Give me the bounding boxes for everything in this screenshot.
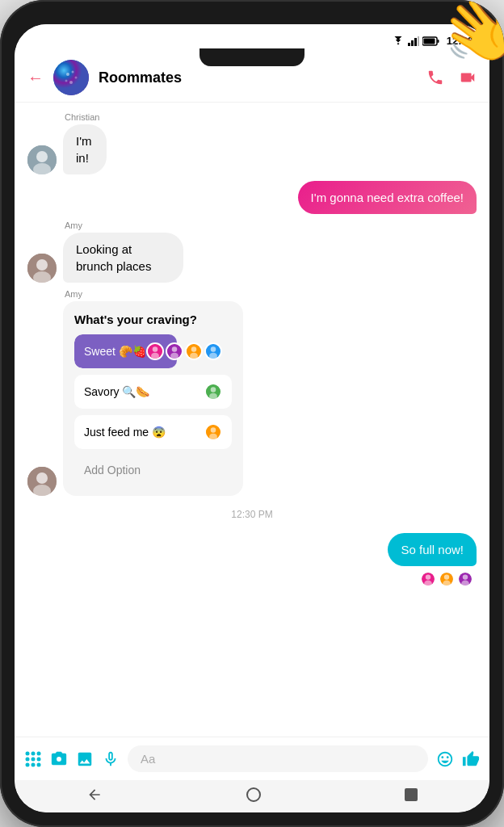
svg-point-10	[75, 77, 78, 79]
group-avatar-inner	[53, 60, 89, 95]
svg-point-44	[444, 574, 449, 579]
home-nav-icon[interactable]	[246, 787, 261, 802]
svg-point-50	[32, 751, 36, 755]
sender-name-amy2: Amy	[65, 289, 243, 299]
message-row-amy-poll: Amy What's your craving? Sweet 🥐🍓	[27, 289, 477, 496]
svg-rect-2	[414, 38, 417, 46]
gallery-icon[interactable]	[76, 750, 94, 768]
svg-point-51	[37, 751, 41, 755]
message-bubble-amy-brunch: Looking at brunch places	[63, 233, 183, 283]
svg-point-57	[37, 762, 41, 766]
amy-avatar-1	[27, 254, 57, 283]
poll-option-savory[interactable]: Savory 🔍🌭	[74, 375, 232, 409]
svg-point-35	[211, 387, 216, 393]
svg-point-42	[424, 581, 432, 587]
poll-voters-sweet	[146, 342, 222, 360]
svg-rect-1	[411, 40, 414, 46]
svg-point-29	[191, 346, 197, 352]
svg-rect-3	[418, 36, 419, 46]
svg-point-39	[209, 434, 217, 440]
amy-avatar-2	[27, 467, 57, 496]
amy-message-content-1: Amy Looking at brunch places	[63, 220, 224, 283]
wifi-icon	[392, 36, 405, 46]
svg-point-56	[32, 762, 36, 766]
voter-6	[204, 423, 222, 441]
battery-icon	[422, 36, 440, 46]
voter-4	[204, 342, 222, 360]
apps-icon[interactable]	[24, 750, 42, 768]
seen-avatar-1	[420, 571, 436, 587]
sender-name-amy1: Amy	[65, 220, 224, 230]
svg-point-24	[151, 353, 159, 359]
svg-point-8	[66, 73, 69, 76]
sent-bubble-coffee: I'm gonna need extra coffee!	[298, 181, 477, 214]
svg-rect-5	[437, 40, 439, 43]
message-row: Christian I'm in!	[27, 112, 477, 174]
timestamp: 12:30 PM	[27, 509, 477, 520]
phone-screen: 12:39 ←	[15, 24, 489, 812]
svg-point-54	[37, 757, 41, 761]
call-button[interactable]	[426, 69, 444, 86]
svg-point-45	[443, 581, 451, 587]
svg-point-33	[209, 353, 217, 359]
group-avatar	[53, 60, 89, 95]
seen-avatar-3	[457, 571, 473, 587]
voter-2	[166, 342, 183, 360]
svg-point-27	[170, 353, 178, 359]
message-row-sent: I'm gonna need extra coffee!	[27, 181, 477, 214]
camera-icon[interactable]	[50, 750, 68, 768]
svg-point-11	[65, 80, 68, 82]
poll-voters-feedme	[204, 423, 222, 441]
thumbsup-icon[interactable]	[462, 750, 480, 768]
voter-5	[204, 383, 222, 401]
svg-point-26	[172, 346, 178, 352]
message-input[interactable]: Aa	[128, 745, 428, 772]
poll-option-text-sweet: Sweet 🥐🍓	[84, 345, 146, 358]
christian-message-content: Christian I'm in!	[63, 112, 121, 174]
message-bubble-christian: I'm in!	[63, 124, 107, 174]
svg-point-14	[36, 151, 48, 162]
svg-point-49	[26, 751, 30, 755]
recents-nav-icon[interactable]	[405, 788, 418, 801]
status-bar: 12:39	[15, 24, 489, 53]
svg-point-52	[26, 757, 30, 761]
svg-point-55	[26, 762, 30, 766]
svg-point-23	[153, 346, 158, 352]
notch	[200, 48, 304, 66]
svg-point-41	[426, 574, 430, 579]
message-row-so-full: So full now!	[27, 533, 477, 566]
emoji-icon[interactable]	[436, 750, 454, 768]
christian-avatar	[27, 145, 57, 174]
chat-title: Roommates	[99, 69, 417, 86]
bottom-bar: Aa	[15, 737, 489, 780]
svg-point-38	[211, 427, 216, 433]
seen-avatar-2	[439, 571, 455, 587]
chat-area: Christian I'm in! I'm gonna need extra c…	[15, 103, 489, 737]
add-option[interactable]: Add Option	[74, 455, 232, 485]
signal-icon	[408, 36, 419, 46]
back-nav-icon[interactable]	[86, 787, 103, 803]
poll-card: What's your craving? Sweet 🥐🍓	[63, 301, 243, 496]
poll-option-text-feedme: Just feed me 😨	[84, 426, 166, 439]
svg-point-12	[69, 81, 73, 84]
svg-point-20	[36, 472, 48, 484]
svg-point-7	[53, 60, 89, 95]
poll-option-feedme[interactable]: Just feed me 😨	[74, 415, 232, 449]
sender-name-christian: Christian	[65, 112, 121, 122]
poll-option-sweet[interactable]: Sweet 🥐🍓	[74, 334, 232, 368]
nav-bar	[15, 780, 489, 812]
poll-option-text-savory: Savory 🔍🌭	[84, 385, 149, 398]
sent-bubble-full: So full now!	[388, 533, 477, 566]
voter-1	[146, 342, 164, 360]
svg-point-9	[72, 71, 74, 73]
svg-rect-0	[408, 43, 410, 46]
amy-poll-content: Amy What's your craving? Sweet 🥐🍓	[63, 289, 243, 496]
phone-frame: 👋	[0, 0, 504, 827]
svg-point-30	[190, 353, 198, 359]
svg-point-47	[463, 574, 468, 579]
back-button[interactable]: ←	[27, 69, 44, 87]
svg-point-17	[36, 259, 48, 271]
svg-rect-6	[423, 38, 435, 44]
mic-icon[interactable]	[102, 750, 120, 768]
message-row-amy1: Amy Looking at brunch places	[27, 220, 477, 283]
